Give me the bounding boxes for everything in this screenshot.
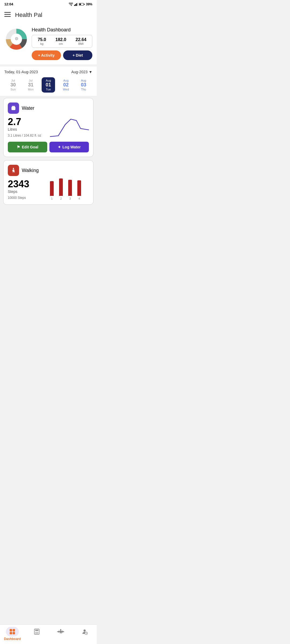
day-month: Jul <box>9 79 18 82</box>
water-chart <box>50 116 89 138</box>
day-cell-30[interactable]: Jul 30 Sun <box>6 77 20 93</box>
day-month: Aug <box>44 79 53 82</box>
bar-item-1: 1 <box>50 181 54 200</box>
activity-button-label: + Activity <box>38 53 55 57</box>
walking-card-title: Walking <box>22 168 39 173</box>
bar-label: 3 <box>69 197 71 200</box>
day-name: Mon <box>26 88 35 91</box>
water-goal: 3.1 Litres / 104.82 fl. oz <box>8 134 47 137</box>
dashboard-section: ⊜ Health Dashboard 75.0 kg 182.0 cm 22.6… <box>0 23 97 64</box>
stats-box: 75.0 kg 182.0 cm 22.64 BMI <box>32 35 92 48</box>
log-water-button[interactable]: ✦ Log Water <box>49 142 89 152</box>
svg-rect-9 <box>4 16 11 17</box>
svg-rect-2 <box>76 3 77 6</box>
diet-button[interactable]: + Diet <box>63 50 92 60</box>
menu-icon[interactable] <box>4 12 11 19</box>
wifi-icon <box>69 3 73 6</box>
day-name: Thu <box>79 88 88 91</box>
day-num: 30 <box>9 82 18 88</box>
bar <box>77 180 81 196</box>
weight-stat: 75.0 kg <box>38 37 46 45</box>
bar-item-4: 4 <box>77 180 81 200</box>
signal-icon <box>74 3 78 6</box>
bar-item-3: 3 <box>68 180 72 200</box>
svg-rect-6 <box>79 3 81 5</box>
weight-unit: kg <box>38 42 46 45</box>
svg-point-20 <box>13 168 14 169</box>
month-label: Aug-2023 <box>71 70 88 74</box>
pen-icon: ✦ <box>58 145 61 149</box>
bar <box>59 178 63 196</box>
diet-button-label: + Diet <box>73 53 83 57</box>
svg-text:⊜: ⊜ <box>15 36 18 41</box>
svg-rect-18 <box>12 107 16 110</box>
svg-rect-3 <box>77 3 78 6</box>
chevron-down-icon: ▼ <box>89 70 92 74</box>
activity-button[interactable]: + Activity <box>32 50 61 60</box>
app-header: Health Pal <box>0 8 97 23</box>
bar-item-2: 2 <box>59 178 63 200</box>
status-bar: 12:04 39% <box>0 0 97 8</box>
edit-goal-button[interactable]: ⚑ Edit Goal <box>8 142 47 152</box>
bar <box>50 181 54 196</box>
svg-rect-1 <box>75 4 76 6</box>
water-card: Water 2.7 Litres 3.1 Litres / 104.82 fl.… <box>3 98 93 157</box>
calendar-today: Today, 01-Aug-2023 <box>4 70 38 74</box>
day-month: Jul <box>26 79 35 82</box>
day-cell-02[interactable]: Aug 02 Wed <box>59 77 73 93</box>
height-unit: cm <box>56 42 66 45</box>
svg-rect-8 <box>4 14 11 15</box>
health-donut-chart: ⊜ <box>4 27 28 51</box>
log-water-label: Log Water <box>63 145 81 149</box>
bar-label: 1 <box>51 197 53 200</box>
weight-value: 75.0 <box>38 37 46 42</box>
bar <box>68 180 72 196</box>
flag-icon: ⚑ <box>17 145 20 149</box>
day-cell-31[interactable]: Jul 31 Mon <box>24 77 37 93</box>
battery-icon <box>79 3 85 6</box>
calendar-section: Today, 01-Aug-2023 Aug-2023 ▼ Jul 30 Sun… <box>0 67 97 96</box>
day-num: 03 <box>79 82 88 88</box>
bar-label: 4 <box>78 197 80 200</box>
day-num: 31 <box>26 82 35 88</box>
walking-value: 2343 <box>8 179 47 189</box>
day-cell-03[interactable]: Aug 03 Thu <box>77 77 90 93</box>
day-num: 01 <box>44 82 53 88</box>
bmi-value: 22.64 <box>75 37 86 42</box>
walking-unit: Steps <box>8 189 47 194</box>
water-unit: Litres <box>8 127 47 131</box>
water-value: 2.7 <box>8 116 47 127</box>
svg-rect-19 <box>12 108 13 109</box>
height-value: 182.0 <box>56 37 66 42</box>
dashboard-title: Health Dashboard <box>32 27 92 33</box>
walking-card: Walking 2343 Steps 10000 Steps 1 2 3 4 <box>3 160 93 205</box>
bmi-stat: 22.64 BMI <box>75 37 86 45</box>
walking-chart: 1 2 3 4 <box>50 179 89 200</box>
walking-goal: 10000 Steps <box>8 196 47 200</box>
day-month: Aug <box>61 79 71 82</box>
height-stat: 182.0 cm <box>56 37 66 45</box>
water-icon <box>8 103 19 114</box>
week-row: Jul 30 Sun Jul 31 Mon Aug 01 Tue Aug 02 … <box>4 77 92 93</box>
day-name: Wed <box>61 88 71 91</box>
bar-label: 2 <box>60 197 62 200</box>
water-card-title: Water <box>22 105 34 111</box>
svg-rect-5 <box>84 4 85 5</box>
month-selector[interactable]: Aug-2023 ▼ <box>71 70 92 74</box>
battery-percent: 39% <box>86 2 92 6</box>
day-month: Aug <box>79 79 88 82</box>
svg-rect-0 <box>74 5 75 6</box>
svg-rect-7 <box>4 12 11 13</box>
bmi-label: BMI <box>75 42 86 45</box>
status-icons: 39% <box>69 2 92 6</box>
day-name: Tue <box>44 88 53 91</box>
app-title: Health Pal <box>15 12 42 19</box>
day-cell-01[interactable]: Aug 01 Tue <box>42 77 55 93</box>
day-name: Sun <box>9 88 18 91</box>
walking-icon <box>8 165 19 176</box>
day-num: 02 <box>61 82 71 88</box>
edit-goal-label: Edit Goal <box>22 145 38 149</box>
svg-rect-17 <box>12 106 15 107</box>
status-time: 12:04 <box>4 2 13 6</box>
